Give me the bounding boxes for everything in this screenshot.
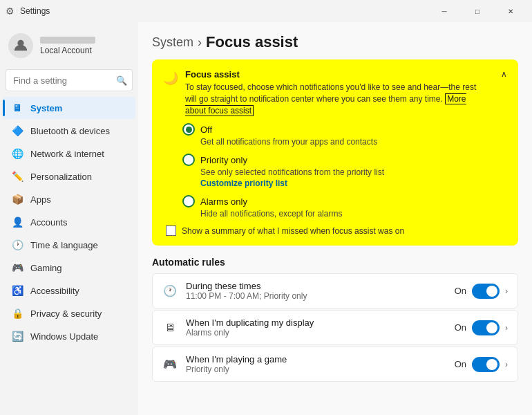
avatar xyxy=(8,33,33,58)
sidebar-item-gaming[interactable]: 🎮 Gaming xyxy=(3,257,135,279)
title-bar-controls: ─ □ ✕ xyxy=(428,0,526,22)
automatic-rules-section: Automatic rules 🕐 During these times 11:… xyxy=(152,257,518,382)
maximize-button[interactable]: □ xyxy=(462,0,493,22)
close-button[interactable]: ✕ xyxy=(495,0,526,22)
nav-label-time: Time & language xyxy=(30,240,98,250)
search-icon: 🔍 xyxy=(116,75,127,86)
breadcrumb-current: Focus assist xyxy=(206,33,298,51)
rule-on-label-times: On xyxy=(455,286,466,296)
sidebar-item-time[interactable]: 🕐 Time & language xyxy=(3,234,135,256)
radio-desc-alarms: Hide all notifications, except for alarm… xyxy=(182,209,507,219)
rule-info-game: When I'm playing a game Priority only xyxy=(186,354,446,374)
focus-assist-header: 🌙 Focus assist To stay focused, choose w… xyxy=(163,69,507,116)
sidebar-item-apps[interactable]: 📦 Apps xyxy=(3,188,135,210)
rule-icon-times: 🕐 xyxy=(162,284,178,297)
sidebar-item-network[interactable]: 🌐 Network & internet xyxy=(3,142,135,165)
nav-label-gaming: Gaming xyxy=(30,263,62,273)
user-name-bar xyxy=(40,37,95,44)
content-area: System › Focus assist 🌙 Focus assist To … xyxy=(138,22,532,415)
nav-icon-bluetooth: 🔷 xyxy=(11,124,23,137)
sidebar-item-accounts[interactable]: 👤 Accounts xyxy=(3,211,135,233)
sidebar-item-personalization[interactable]: ✏️ Personalization xyxy=(3,165,135,187)
nav-icon-apps: 📦 xyxy=(11,193,23,205)
radio-row-alarms: Alarms only xyxy=(182,195,507,208)
nav-list: 🖥 System 🔷 Bluetooth & devices 🌐 Network… xyxy=(0,97,138,347)
rule-chevron-game: › xyxy=(505,360,508,369)
rule-on-label-game: On xyxy=(455,359,466,369)
radio-item-off[interactable]: Off Get all notifications from your apps… xyxy=(182,123,507,147)
nav-icon-gaming: 🎮 xyxy=(11,261,23,274)
sidebar-item-privacy[interactable]: 🔒 Privacy & security xyxy=(3,302,135,324)
rule-right-times: On › xyxy=(455,284,508,299)
sidebar-item-system[interactable]: 🖥 System xyxy=(3,97,135,119)
collapse-button[interactable]: ∧ xyxy=(501,69,507,79)
radio-label-priority: Priority only xyxy=(200,155,247,165)
nav-label-update: Windows Update xyxy=(30,331,98,342)
summary-checkbox-row: Show a summary of what I missed when foc… xyxy=(163,225,507,236)
rule-right-display: On › xyxy=(455,320,508,335)
nav-icon-accounts: 👤 xyxy=(11,216,23,228)
title-bar-left: ⚙ Settings xyxy=(6,6,50,17)
automatic-rules-title: Automatic rules xyxy=(152,257,518,268)
nav-icon-privacy: 🔒 xyxy=(11,307,23,320)
rule-toggle-display[interactable] xyxy=(472,320,500,335)
focus-assist-description: To stay focused, choose which notificati… xyxy=(185,82,488,116)
title-bar: ⚙ Settings ─ □ ✕ xyxy=(0,0,532,22)
sidebar-item-update[interactable]: 🔄 Windows Update xyxy=(3,325,135,347)
summary-checkbox[interactable] xyxy=(166,225,176,236)
rule-sub-game: Priority only xyxy=(186,365,446,374)
radio-item-priority[interactable]: Priority only See only selected notifica… xyxy=(182,154,507,188)
fa-desc-part1: To stay focused, choose which notificati… xyxy=(185,82,424,92)
rule-name-game: When I'm playing a game xyxy=(186,354,446,365)
rule-icon-display: 🖥 xyxy=(162,322,178,334)
sidebar-item-accessibility[interactable]: ♿ Accessibility xyxy=(3,279,135,302)
nav-icon-network: 🌐 xyxy=(11,147,23,160)
focus-assist-title: Focus assist xyxy=(185,69,488,80)
main-layout: Local Account 🔍 🖥 System 🔷 Bluetooth & d… xyxy=(0,22,532,415)
rule-toggle-game[interactable] xyxy=(472,357,500,372)
rule-toggle-times[interactable] xyxy=(472,284,500,299)
customize-priority-link[interactable]: Customize priority list xyxy=(182,178,507,188)
nav-label-system: System xyxy=(30,103,62,113)
radio-label-off: Off xyxy=(200,124,212,135)
search-input[interactable] xyxy=(6,69,133,91)
nav-label-accounts: Accounts xyxy=(30,217,67,228)
user-account-label: Local Account xyxy=(40,46,95,55)
user-section: Local Account xyxy=(0,28,138,66)
rule-right-game: On › xyxy=(455,357,508,372)
rule-on-label-display: On xyxy=(455,322,466,333)
radio-circle-off xyxy=(182,123,195,136)
rule-card-display[interactable]: 🖥 When I'm duplicating my display Alarms… xyxy=(152,310,518,345)
focus-assist-header-text: Focus assist To stay focused, choose whi… xyxy=(185,69,488,116)
rule-name-times: During these times xyxy=(186,281,446,291)
sidebar-item-bluetooth[interactable]: 🔷 Bluetooth & devices xyxy=(3,120,135,142)
radio-desc-off: Get all notifications from your apps and… xyxy=(182,137,507,147)
rule-sub-times: 11:00 PM - 7:00 AM; Priority only xyxy=(186,291,446,301)
nav-icon-update: 🔄 xyxy=(11,330,23,342)
nav-label-privacy: Privacy & security xyxy=(30,308,102,319)
breadcrumb-separator: › xyxy=(198,35,202,50)
user-info: Local Account xyxy=(40,37,95,55)
radio-item-alarms[interactable]: Alarms only Hide all notifications, exce… xyxy=(182,195,507,219)
minimize-button[interactable]: ─ xyxy=(428,0,460,22)
radio-label-alarms: Alarms only xyxy=(200,196,247,207)
summary-checkbox-label: Show a summary of what I missed when foc… xyxy=(182,226,404,236)
rule-card-game[interactable]: 🎮 When I'm playing a game Priority only … xyxy=(152,347,518,382)
nav-label-personalization: Personalization xyxy=(30,172,92,182)
radio-desc-priority: See only selected notifications from the… xyxy=(182,167,507,177)
radio-row-off: Off xyxy=(182,123,507,136)
title-bar-title: Settings xyxy=(20,6,50,16)
moon-icon: 🌙 xyxy=(163,71,178,86)
nav-icon-accessibility: ♿ xyxy=(11,284,23,297)
rule-info-display: When I'm duplicating my display Alarms o… xyxy=(186,317,446,338)
rule-sub-display: Alarms only xyxy=(186,328,446,338)
rule-chevron-times: › xyxy=(505,286,508,296)
rule-card-times[interactable]: 🕐 During these times 11:00 PM - 7:00 AM;… xyxy=(152,273,518,308)
search-box: 🔍 xyxy=(6,69,133,91)
sidebar: Local Account 🔍 🖥 System 🔷 Bluetooth & d… xyxy=(0,22,138,415)
focus-assist-card: 🌙 Focus assist To stay focused, choose w… xyxy=(152,59,518,246)
nav-icon-system: 🖥 xyxy=(11,102,23,114)
nav-icon-time: 🕐 xyxy=(11,239,23,251)
nav-label-apps: Apps xyxy=(30,194,51,205)
rule-icon-game: 🎮 xyxy=(162,358,178,371)
